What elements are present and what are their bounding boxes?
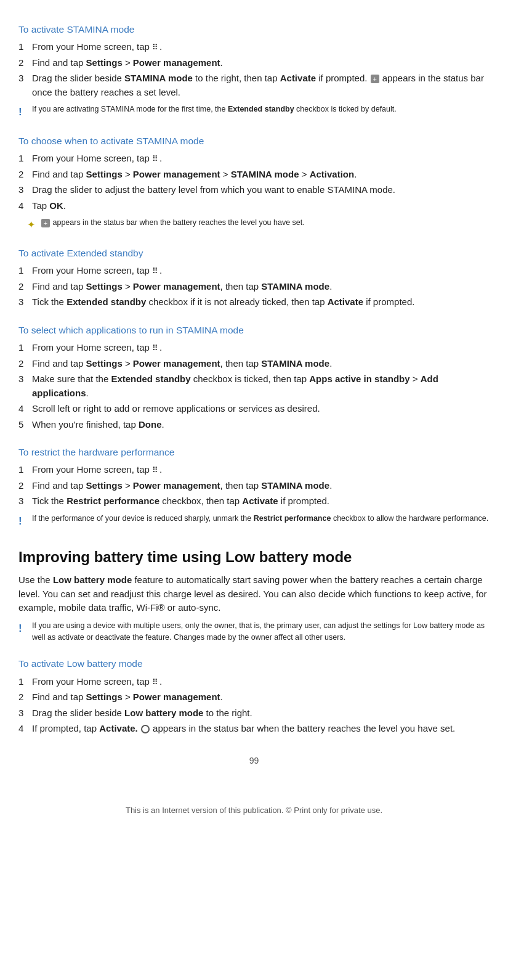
step-number: 3 xyxy=(18,494,32,508)
step-number: 1 xyxy=(18,152,32,166)
step-text: From your Home screen, tap ⠿. xyxy=(32,341,490,355)
step-number: 3 xyxy=(18,295,32,309)
steps-list-restrict-hardware: 1 From your Home screen, tap ⠿. 2 Find a… xyxy=(18,463,490,508)
main-section-title: Improving battery time using Low battery… xyxy=(18,546,490,568)
step-item: 1 From your Home screen, tap ⠿. xyxy=(18,463,490,477)
step-number: 4 xyxy=(18,199,32,213)
step-text: Tap OK. xyxy=(32,199,490,213)
step-text: From your Home screen, tap ⠿. xyxy=(32,40,490,54)
step-number: 3 xyxy=(18,372,32,400)
step-item: 2 Find and tap Settings > Power manageme… xyxy=(18,690,490,704)
step-number: 2 xyxy=(18,479,32,493)
grid-icon: ⠿ xyxy=(152,343,159,353)
step-number: 5 xyxy=(18,418,32,432)
note-block-multi-user: ! If you are using a device with multipl… xyxy=(18,620,490,643)
section-heading-restrict-hardware: To restrict the hardware performance xyxy=(18,445,490,459)
step-text: Find and tap Settings > Power management… xyxy=(32,168,490,182)
note-text-multi-user: If you are using a device with multiple … xyxy=(32,620,490,643)
step-text: From your Home screen, tap ⠿. xyxy=(32,463,490,477)
step-item: 3 Make sure that the Extended standby ch… xyxy=(18,372,490,400)
step-number: 2 xyxy=(18,357,32,371)
step-text: Find and tap Settings > Power management… xyxy=(32,56,490,70)
circle-icon xyxy=(141,725,150,733)
grid-icon: ⠿ xyxy=(152,266,159,276)
tip-icon: ✦ xyxy=(27,218,41,232)
step-number: 2 xyxy=(18,690,32,704)
section-select-apps: To select which applications to run in S… xyxy=(18,323,490,431)
section-choose-when-stamina: To choose when to activate STAMINA mode … xyxy=(18,134,490,232)
section-heading-choose-stamina: To choose when to activate STAMINA mode xyxy=(18,134,490,148)
step-item: 3 Drag the slider beside Low battery mod… xyxy=(18,706,490,721)
steps-list-select-apps: 1 From your Home screen, tap ⠿. 2 Find a… xyxy=(18,341,490,431)
step-number: 3 xyxy=(18,183,32,197)
status-bar-icon xyxy=(371,75,379,83)
step-number: 1 xyxy=(18,264,32,278)
section-heading-extended-standby: To activate Extended standby xyxy=(18,246,490,260)
step-text: Tick the Restrict performance checkbox, … xyxy=(32,494,490,508)
step-item: 5 When you're finished, tap Done. xyxy=(18,418,490,432)
step-item: 2 Find and tap Settings > Power manageme… xyxy=(18,357,490,371)
note-text: If you are activating STAMINA mode for t… xyxy=(32,104,490,115)
step-text: If prompted, tap Activate. appears in th… xyxy=(32,722,490,736)
step-item: 3 Tick the Restrict performance checkbox… xyxy=(18,494,490,508)
step-text: Find and tap Settings > Power management… xyxy=(32,280,490,294)
step-number: 2 xyxy=(18,56,32,70)
status-bar-icon-tip xyxy=(41,219,50,227)
step-item: 2 Find and tap Settings > Power manageme… xyxy=(18,168,490,182)
step-item: 3 Tick the Extended standby checkbox if … xyxy=(18,295,490,309)
note-block-restrict: ! If the performance of your device is r… xyxy=(18,513,490,529)
step-item: 1 From your Home screen, tap ⠿. xyxy=(18,341,490,355)
step-number: 4 xyxy=(18,722,32,736)
step-number: 1 xyxy=(18,341,32,355)
main-section-low-battery: Improving battery time using Low battery… xyxy=(18,546,490,643)
section-restrict-hardware: To restrict the hardware performance 1 F… xyxy=(18,445,490,529)
steps-list-low-battery: 1 From your Home screen, tap ⠿. 2 Find a… xyxy=(18,675,490,736)
step-item: 1 From your Home screen, tap ⠿. xyxy=(18,40,490,54)
step-item: 4 Scroll left or right to add or remove … xyxy=(18,402,490,416)
step-item: 2 Find and tap Settings > Power manageme… xyxy=(18,280,490,294)
step-text: Find and tap Settings > Power management… xyxy=(32,479,490,493)
section-activate-low-battery: To activate Low battery mode 1 From your… xyxy=(18,656,490,735)
step-text: Tick the Extended standby checkbox if it… xyxy=(32,295,490,309)
note-block-stamina: ! If you are activating STAMINA mode for… xyxy=(18,104,490,120)
section-extended-standby: To activate Extended standby 1 From your… xyxy=(18,246,490,309)
step-text: Find and tap Settings > Power management… xyxy=(32,357,490,371)
step-number: 3 xyxy=(18,706,32,721)
step-text: When you're finished, tap Done. xyxy=(32,418,490,432)
step-text: Make sure that the Extended standby chec… xyxy=(32,372,490,400)
exclamation-icon: ! xyxy=(18,621,32,637)
step-number: 4 xyxy=(18,402,32,416)
step-item: 1 From your Home screen, tap ⠿. xyxy=(18,152,490,166)
step-text: Drag the slider beside STAMINA mode to t… xyxy=(32,71,490,99)
grid-icon: ⠿ xyxy=(152,465,159,475)
exclamation-icon: ! xyxy=(18,513,32,529)
section-activate-stamina: To activate STAMINA mode 1 From your Hom… xyxy=(18,22,490,120)
step-item: 4 If prompted, tap Activate. appears in … xyxy=(18,722,490,736)
step-text: From your Home screen, tap ⠿. xyxy=(32,264,490,278)
step-number: 3 xyxy=(18,71,32,99)
step-item: 3 Drag the slider beside STAMINA mode to… xyxy=(18,71,490,99)
step-number: 2 xyxy=(18,168,32,182)
steps-list-extended-standby: 1 From your Home screen, tap ⠿. 2 Find a… xyxy=(18,264,490,309)
steps-list-activate-stamina: 1 From your Home screen, tap ⠿. 2 Find a… xyxy=(18,40,490,99)
step-text: Find and tap Settings > Power management… xyxy=(32,690,490,704)
step-item: 3 Drag the slider to adjust the battery … xyxy=(18,183,490,197)
step-item: 1 From your Home screen, tap ⠿. xyxy=(18,675,490,689)
step-item: 2 Find and tap Settings > Power manageme… xyxy=(18,56,490,70)
step-number: 1 xyxy=(18,675,32,689)
grid-icon: ⠿ xyxy=(152,154,159,163)
step-number: 2 xyxy=(18,280,32,294)
step-item: 1 From your Home screen, tap ⠿. xyxy=(18,264,490,278)
section-heading-low-battery: To activate Low battery mode xyxy=(18,656,490,671)
section-heading-select-apps: To select which applications to run in S… xyxy=(18,323,490,337)
tip-block-stamina: ✦ appears in the status bar when the bat… xyxy=(27,217,490,232)
step-text: Scroll left or right to add or remove ap… xyxy=(32,402,490,416)
step-number: 1 xyxy=(18,40,32,54)
step-number: 1 xyxy=(18,463,32,477)
page-footer: This is an Internet version of this publ… xyxy=(18,804,490,817)
grid-icon: ⠿ xyxy=(152,677,159,687)
note-text: If the performance of your device is red… xyxy=(32,513,490,525)
intro-text: Use the Low battery mode feature to auto… xyxy=(18,573,490,615)
step-text: Drag the slider beside Low battery mode … xyxy=(32,706,490,721)
step-text: From your Home screen, tap ⠿. xyxy=(32,675,490,689)
